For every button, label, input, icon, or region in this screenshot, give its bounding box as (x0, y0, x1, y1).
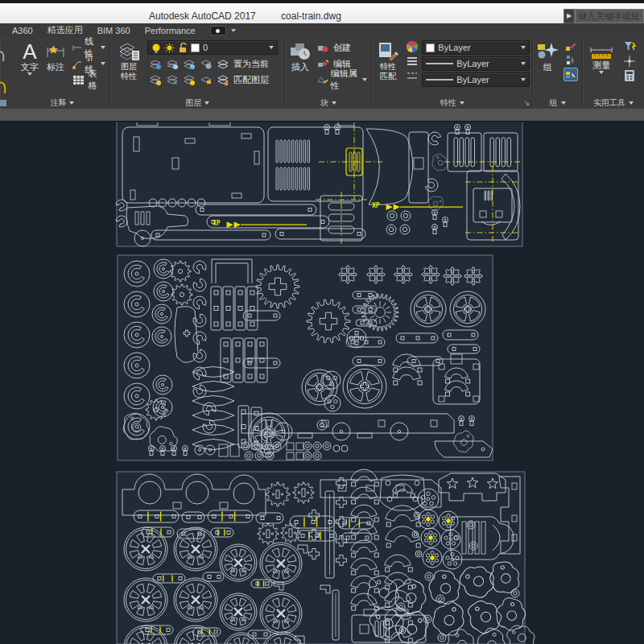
panel-layers: 图层 特性 0 置为当前 (110, 37, 285, 109)
measure-button[interactable]: 测量 (585, 39, 617, 95)
set-current-icon[interactable] (217, 58, 230, 70)
color-wheel-icon[interactable] (406, 40, 419, 53)
menu-performance[interactable]: Performance (145, 26, 196, 35)
dimension-button[interactable]: 标注 (43, 39, 68, 95)
layer-properties-icon (118, 41, 140, 62)
block-panel-label[interactable]: 块 (285, 97, 371, 109)
layer-thaw-icon[interactable] (183, 74, 196, 86)
ribbon-bottom-strip (0, 109, 644, 122)
app-title: Autodesk AutoCAD 2017 (149, 10, 256, 22)
edit-attribute-button[interactable]: 编辑属性 (315, 72, 369, 87)
point-style-icon[interactable] (623, 55, 637, 68)
parts-sheet-3[interactable] (117, 469, 539, 644)
search-input[interactable] (575, 9, 644, 23)
panel-groups: 组 组 (533, 37, 583, 109)
svg-text:XP: XP (213, 220, 221, 227)
layer-lock-icon[interactable] (183, 58, 196, 70)
chevron-down-icon (269, 46, 274, 49)
table-button[interactable]: 表格 (70, 72, 107, 87)
match-layer-row: 匹配图层 (147, 72, 280, 87)
edit-attribute-icon (316, 74, 328, 86)
lineweight-combo[interactable]: ByLayer (422, 56, 530, 71)
insert-icon (289, 41, 312, 62)
menu-bim360[interactable]: BIM 360 (97, 26, 130, 35)
parts-sheet-1[interactable]: XPXP (116, 122, 522, 246)
panel-utilities: 测量 实用工具 (583, 37, 644, 109)
search-expand-button[interactable]: ▶ (564, 9, 575, 23)
chevron-down-icon (101, 46, 105, 49)
layer-color-swatch (191, 43, 200, 52)
dimension-icon (45, 41, 66, 62)
ungroup-icon[interactable] (564, 54, 577, 66)
lineweight-icon[interactable] (406, 55, 419, 68)
match-layer-icon[interactable] (217, 74, 230, 86)
dialog-launcher-icon[interactable]: ↘ (524, 99, 530, 107)
menu-featured-apps[interactable]: 精选应用 (47, 24, 83, 36)
block-create-button[interactable]: 创建 (315, 40, 369, 55)
linear-icon (72, 42, 81, 54)
layers-panel-label[interactable]: 图层 (110, 97, 284, 109)
object-color-combo[interactable]: ByLayer (422, 40, 530, 55)
panel-block: 插入 创建 编辑 编辑属性 块 (285, 37, 372, 109)
media-icon[interactable] (210, 26, 226, 35)
chevron-down-icon (599, 71, 604, 74)
text-button[interactable]: A 文字 (18, 39, 42, 95)
layer-unisolate-icon[interactable] (166, 74, 180, 86)
layer-properties-button[interactable]: 图层 特性 (113, 39, 145, 95)
panel-properties: 特性 匹配 ByLayer (372, 37, 533, 109)
current-layer-name: 0 (203, 43, 266, 52)
table-icon (72, 74, 85, 86)
measure-icon (588, 41, 614, 60)
insert-label: 插入 (291, 62, 309, 72)
document-name: coal-train.dwg (281, 10, 341, 22)
chevron-down-icon (101, 62, 105, 65)
layer-off-icon[interactable] (149, 58, 163, 70)
lineweight-swatch (426, 63, 453, 64)
block-create-icon (316, 42, 330, 54)
leader-icon (72, 58, 81, 70)
svg-text:XP: XP (372, 202, 380, 209)
unlock-icon (178, 43, 188, 53)
group-button[interactable]: 组 (535, 39, 559, 95)
quick-select-icon[interactable] (623, 40, 637, 53)
linetype-icon[interactable] (406, 69, 419, 82)
match-layer-button[interactable]: 匹配图层 (233, 74, 269, 86)
layer-freeze-icon[interactable] (166, 58, 180, 70)
quick-calc-icon[interactable] (623, 69, 637, 82)
chevron-down-icon (521, 46, 526, 49)
chevron-down-icon (521, 62, 526, 65)
drawing-canvas[interactable]: XPXP (0, 122, 644, 644)
svg-text:A: A (23, 41, 37, 62)
properties-panel-label[interactable]: 特性 (372, 97, 532, 109)
title-bar: Autodesk AutoCAD 2017 coal-train.dwg ▶ (0, 0, 644, 23)
dimension-label: 标注 (47, 62, 64, 72)
bulb-icon (151, 43, 161, 53)
groups-panel-label[interactable]: 组 (533, 97, 582, 109)
annotate-panel-label[interactable]: 注释 (15, 97, 109, 109)
chevron-down-icon (521, 78, 526, 81)
group-label: 组 (543, 62, 552, 72)
chevron-down-icon (231, 29, 236, 32)
chevron-down-icon (27, 72, 32, 76)
text-icon: A (19, 41, 40, 62)
linetype-swatch (426, 79, 453, 80)
group-icon (536, 41, 559, 62)
menu-a360[interactable]: A360 (12, 26, 33, 35)
group-selection-toggle[interactable] (564, 68, 578, 81)
chevron-down-icon (362, 78, 367, 81)
set-current-button[interactable]: 置为当前 (233, 58, 269, 70)
panel-clipped-left (0, 37, 15, 109)
text-label: 文字 (21, 62, 39, 72)
linetype-combo[interactable]: ByLayer (422, 72, 530, 87)
cad-drawing[interactable]: XPXP (0, 122, 644, 644)
insert-button[interactable]: 插入 (287, 39, 312, 95)
layer-combo[interactable]: 0 (147, 40, 278, 55)
layer-unlock-icon[interactable] (200, 74, 213, 86)
match-properties-icon (378, 41, 398, 62)
match-properties-button[interactable]: 特性 匹配 (374, 39, 401, 95)
layer-isolate-icon[interactable] (149, 74, 163, 86)
group-edit-icon[interactable] (564, 40, 577, 52)
utilities-panel-label[interactable]: 实用工具 (583, 97, 644, 109)
parts-sheet-2[interactable] (118, 255, 493, 460)
layer-on-icon[interactable] (200, 58, 213, 70)
